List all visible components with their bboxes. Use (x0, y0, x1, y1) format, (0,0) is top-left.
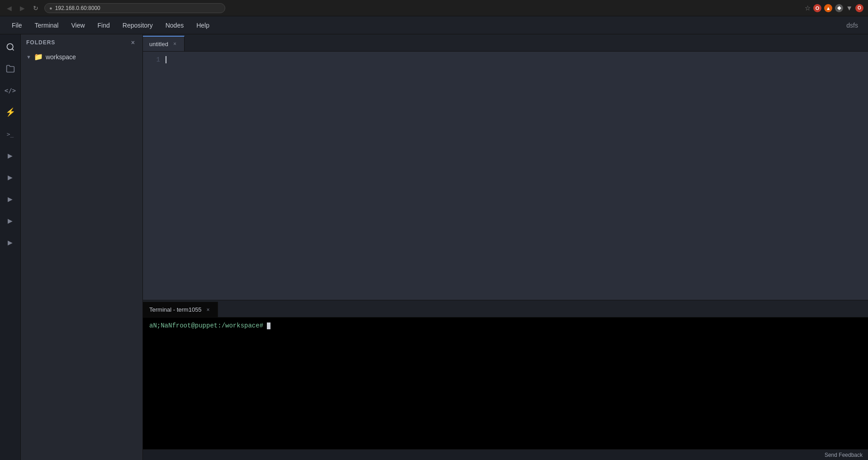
menu-nodes[interactable]: Nodes (159, 19, 190, 32)
send-feedback-button[interactable]: Send Feedback (825, 452, 863, 458)
app-right-label: dsfs (846, 22, 863, 29)
forward-button[interactable]: ▶ (18, 4, 27, 13)
menu-repository[interactable]: Repository (116, 19, 159, 32)
code-editor[interactable]: 1 (143, 52, 868, 300)
activity-bar: </> ⚡ >_ ▶ ▶ ▶ ▶ ▶ (0, 34, 21, 460)
line-numbers: 1 (143, 55, 164, 296)
terminal-cursor (267, 322, 270, 329)
reload-button[interactable]: ↻ (31, 4, 41, 13)
menu-find[interactable]: Find (91, 19, 116, 32)
url-bar[interactable]: ● 192.168.0.60:8000 (44, 3, 225, 13)
editor-area: untitled × 1 Terminal - term1055 × aN;Na… (143, 34, 868, 460)
menu-file[interactable]: File (5, 19, 28, 32)
terminal-prompt: aN;NaNfroot@puppet:/workspace# (149, 322, 263, 329)
play-activity-icon-2[interactable]: ▶ (2, 169, 19, 185)
editor-tab-bar: untitled × (143, 34, 868, 52)
tab-title: untitled (149, 41, 168, 47)
folders-title: FOLDERS (26, 39, 55, 46)
terminal-tab[interactable]: Terminal - term1055 × (143, 302, 218, 317)
code-activity-icon[interactable]: </> (2, 82, 19, 99)
folder-expand-arrow: ▼ (26, 54, 31, 60)
untitled-tab[interactable]: untitled × (143, 36, 185, 51)
folder-activity-icon[interactable] (2, 61, 19, 77)
svg-line-1 (12, 49, 14, 51)
folder-directory-icon: 📁 (34, 52, 43, 61)
play-activity-icon-1[interactable]: ▶ (2, 147, 19, 164)
terminal-tab-close-button[interactable]: × (205, 306, 211, 313)
sidebar-close-button[interactable]: × (129, 38, 137, 47)
terminal-pane: Terminal - term1055 × aN;NaNfroot@puppet… (143, 300, 868, 449)
terminal-tab-bar: Terminal - term1055 × (143, 300, 868, 318)
line-number-1: 1 (147, 55, 160, 64)
play-activity-icon-5[interactable]: ▶ (2, 234, 19, 251)
url-text: 192.168.0.60:8000 (55, 5, 100, 11)
browser-chrome: ◀ ▶ ↻ ● 192.168.0.60:8000 ☆ O ▲ ◆ ▼ O (0, 0, 868, 16)
back-button[interactable]: ◀ (5, 4, 14, 13)
sidebar: FOLDERS × ▼ 📁 workspace (21, 34, 143, 460)
status-bar: Send Feedback (143, 449, 868, 460)
browser-icons: ☆ O ▲ ◆ ▼ O (805, 4, 863, 12)
tab-close-button[interactable]: × (172, 40, 178, 47)
profile-icon: O (855, 4, 863, 12)
app-body: </> ⚡ >_ ▶ ▶ ▶ ▶ ▶ FOLDERS × ▼ 📁 workspa… (0, 34, 868, 460)
menu-help[interactable]: Help (190, 19, 216, 32)
play-activity-icon-3[interactable]: ▶ (2, 191, 19, 207)
bookmark-icon[interactable]: ☆ (805, 4, 811, 12)
workspace-folder-label: workspace (46, 53, 76, 61)
browser-icon-2: ▲ (824, 4, 832, 12)
text-cursor (166, 56, 166, 63)
opera-icon: O (813, 4, 821, 12)
menu-view[interactable]: View (65, 19, 91, 32)
svg-point-0 (7, 44, 13, 50)
browser-icon-3: ◆ (835, 4, 843, 12)
code-content[interactable] (164, 55, 868, 296)
terminal-activity-icon[interactable]: >_ (2, 126, 19, 142)
extensions-icon[interactable]: ▼ (846, 4, 853, 12)
search-activity-icon[interactable] (2, 39, 19, 55)
menu-terminal[interactable]: Terminal (28, 19, 65, 32)
workspace-folder-item[interactable]: ▼ 📁 workspace (21, 51, 142, 63)
sidebar-header: FOLDERS × (21, 34, 142, 51)
terminal-tab-title: Terminal - term1055 (149, 306, 202, 313)
app-menubar: File Terminal View Find Repository Nodes… (0, 16, 868, 34)
lock-icon: ● (49, 5, 52, 11)
terminal-content[interactable]: aN;NaNfroot@puppet:/workspace# (143, 318, 868, 449)
cursor-line (166, 55, 166, 64)
lightning-activity-icon[interactable]: ⚡ (2, 104, 19, 120)
play-activity-icon-4[interactable]: ▶ (2, 213, 19, 229)
